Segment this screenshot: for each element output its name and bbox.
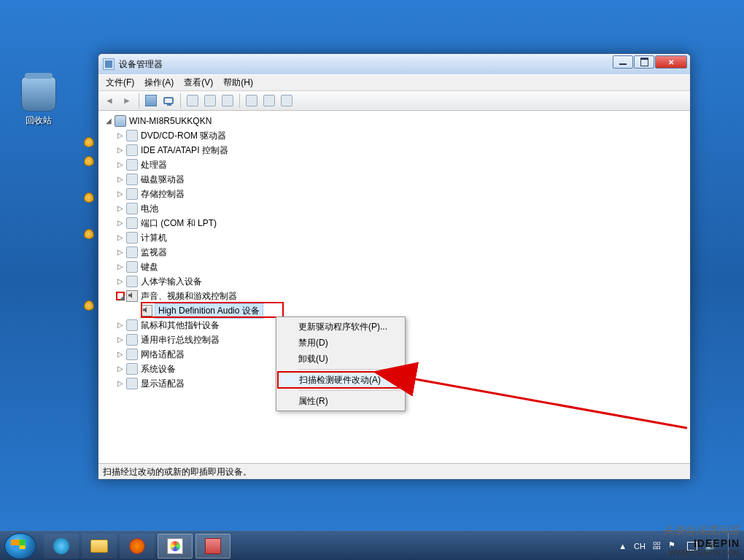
watermark-line2: IDEEPIN: [663, 537, 740, 549]
titlebar[interactable]: 设备管理器: [98, 54, 690, 74]
expand-icon[interactable]: ▷: [116, 146, 125, 155]
nav-back-button[interactable]: [101, 93, 117, 109]
menu-help[interactable]: 帮助(H): [219, 75, 257, 90]
taskbar-item-ie[interactable]: [44, 534, 79, 559]
storage-icon: [126, 188, 138, 200]
close-button[interactable]: [655, 55, 687, 69]
toolbar-button[interactable]: [160, 93, 177, 109]
tree-category[interactable]: ▷计算机: [100, 230, 689, 245]
computer-icon: [126, 232, 138, 244]
display-icon: [126, 378, 138, 389]
toolbar-button[interactable]: [261, 93, 277, 109]
toolbar: [98, 90, 690, 111]
menu-action[interactable]: 操作(A): [140, 75, 178, 90]
expand-icon[interactable]: ▷: [116, 321, 125, 330]
expand-icon[interactable]: ▷: [116, 131, 125, 140]
tree-category[interactable]: ▷监视器: [100, 245, 689, 260]
watermark-line3: WWW.IDEEPIN.COM: [663, 549, 740, 557]
tree-category[interactable]: ▷IDE ATA/ATAPI 控制器: [100, 143, 689, 158]
tree-category[interactable]: ▷电池: [100, 201, 689, 216]
shield-icon: [84, 229, 94, 239]
computer-icon: [145, 95, 157, 106]
expand-icon[interactable]: ▷: [116, 219, 125, 228]
arrow-left-icon: [105, 96, 114, 106]
menu-separator: [298, 390, 402, 391]
taskbar-item-wmp[interactable]: [120, 534, 155, 559]
port-icon: [126, 217, 138, 229]
tree-category[interactable]: ▷存储控制器: [100, 187, 689, 201]
tree-category[interactable]: ▷端口 (COM 和 LPT): [100, 216, 689, 230]
cm-update-driver[interactable]: 更新驱动程序软件(P)...: [278, 319, 403, 335]
shield-icon: [84, 156, 94, 166]
uninstall-icon: [222, 95, 233, 106]
watermark: 头条@深度问答 IDEEPIN WWW.IDEEPIN.COM: [663, 524, 740, 557]
expand-icon[interactable]: ▷: [116, 365, 125, 373]
sound-icon: [126, 290, 138, 302]
cm-disable[interactable]: 禁用(D): [278, 335, 403, 351]
expand-icon[interactable]: ▷: [116, 233, 125, 242]
tree-category[interactable]: ▷磁盘驱动器: [100, 172, 689, 187]
toolbar-button[interactable]: [279, 93, 295, 109]
expand-icon[interactable]: ▷: [116, 350, 125, 359]
app-icon: [103, 58, 115, 70]
expand-icon[interactable]: ▷: [116, 335, 125, 344]
tree-category[interactable]: ▷人体学输入设备: [100, 274, 689, 289]
toolbar-scan-button[interactable]: [244, 93, 260, 109]
separator: [180, 93, 181, 108]
tray-lang[interactable]: CH: [634, 542, 646, 551]
tray-caret-icon[interactable]: ▲: [619, 542, 627, 551]
expand-icon[interactable]: ▷: [116, 277, 125, 286]
maximize-button[interactable]: [634, 55, 654, 69]
menu-file[interactable]: 文件(F): [101, 75, 139, 90]
expand-icon[interactable]: ▷: [116, 262, 125, 271]
keyboard-icon: [126, 261, 138, 273]
taskbar-item-paint[interactable]: [158, 534, 193, 559]
toolbar-disable-button[interactable]: [202, 93, 218, 109]
recycle-bin[interactable]: 回收站: [13, 77, 64, 127]
taskbar: ▲ CH 㗊: [0, 531, 744, 560]
start-button[interactable]: [4, 533, 36, 559]
expand-icon[interactable]: ▷: [116, 190, 125, 198]
taskbar-item-explorer[interactable]: [82, 534, 117, 559]
hid-icon: [126, 276, 138, 287]
cm-uninstall[interactable]: 卸载(U): [278, 351, 403, 367]
tree-root-node[interactable]: ◢ WIN-MI8R5UKKQKN: [100, 114, 689, 128]
disk-icon: [126, 174, 138, 185]
expand-icon[interactable]: ▷: [116, 248, 125, 257]
tree-category[interactable]: ▷键盘: [100, 260, 689, 274]
nav-forward-button[interactable]: [119, 93, 135, 109]
tray-ime[interactable]: 㗊: [653, 540, 661, 551]
tree-category-sound[interactable]: ◢ 声音、视频和游戏控制器: [100, 289, 689, 303]
collapse-icon[interactable]: ◢: [104, 117, 113, 125]
separator: [239, 93, 240, 108]
cpu-icon: [126, 159, 138, 171]
cm-scan-hardware[interactable]: 扫描检测硬件改动(A): [278, 372, 403, 388]
toolbar-uninstall-button[interactable]: [220, 93, 236, 109]
tree-category[interactable]: ▷DVD/CD-ROM 驱动器: [100, 128, 689, 143]
toolbar-update-button[interactable]: [185, 93, 201, 109]
app-icon: [205, 538, 221, 554]
expand-icon[interactable]: ▷: [116, 379, 125, 388]
status-text: 扫描经过改动的或新的即插即用设备。: [103, 467, 252, 477]
minimize-button[interactable]: [613, 55, 633, 69]
speaker-icon: [141, 305, 152, 316]
menu-view[interactable]: 查看(V): [179, 75, 217, 90]
menu-separator: [298, 369, 402, 370]
arrow-right-icon: [123, 96, 131, 106]
expand-icon[interactable]: ▷: [116, 160, 125, 169]
taskbar-item-app[interactable]: [195, 534, 230, 559]
tree-category[interactable]: ▷处理器: [100, 158, 689, 172]
computer-icon: [115, 115, 126, 127]
wmp-icon: [129, 538, 145, 554]
disable-icon: [204, 95, 216, 106]
toolbar-button[interactable]: [143, 93, 159, 109]
expand-icon[interactable]: ▷: [116, 204, 125, 213]
recycle-bin-icon: [21, 77, 56, 112]
cm-properties[interactable]: 属性(R): [278, 393, 403, 409]
shield-icon: [84, 300, 94, 311]
root-label: WIN-MI8R5UKKQKN: [129, 116, 212, 126]
tree-device-hdaudio[interactable]: High Definition Audio 设备: [100, 303, 689, 318]
collapse-icon[interactable]: ◢: [116, 292, 125, 300]
paint-icon: [167, 538, 183, 554]
expand-icon[interactable]: ▷: [116, 175, 125, 184]
